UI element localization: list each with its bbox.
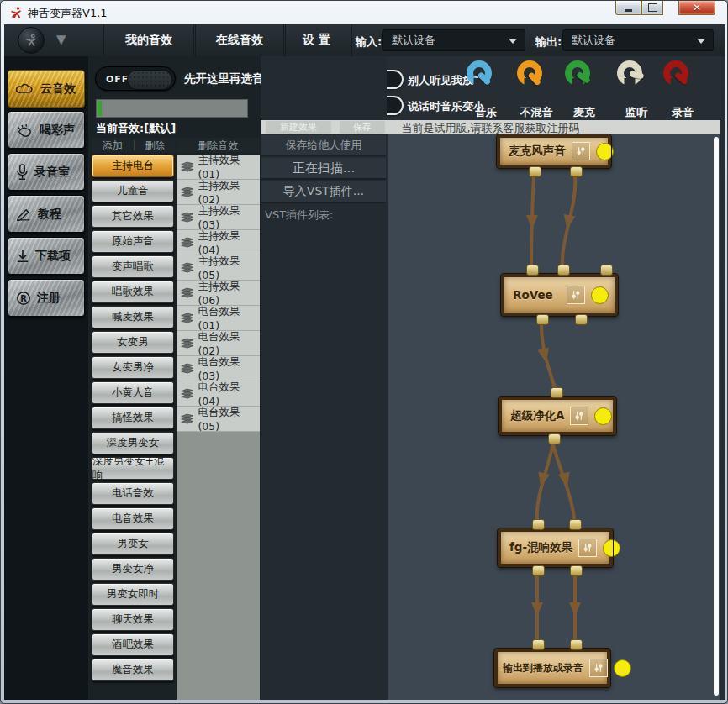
power-toggle[interactable]: OFF: [95, 66, 176, 91]
svg-text:R: R: [20, 293, 27, 302]
effect-button[interactable]: 小黄人音: [92, 381, 174, 404]
output-jack[interactable]: [570, 166, 583, 177]
effect-button[interactable]: 女变男净: [92, 356, 174, 379]
sliders-icon[interactable]: [589, 659, 608, 677]
preset-item[interactable]: 电台效果(04): [177, 381, 260, 407]
input-jack[interactable]: [570, 639, 583, 650]
input-jack[interactable]: [569, 519, 582, 530]
monitor-knob[interactable]: [617, 60, 642, 86]
sidebar-item-recording-studio[interactable]: 录音室: [8, 153, 85, 191]
effect-button[interactable]: 魔音效果: [92, 659, 174, 681]
output-jack[interactable]: [536, 314, 549, 325]
node-indicator-dot[interactable]: [596, 143, 614, 160]
tab-online-effects[interactable]: 在线音效: [195, 24, 284, 56]
node-microphone-sound[interactable]: 麦克风声音: [497, 134, 611, 168]
output-jack[interactable]: [575, 314, 588, 325]
preset-item[interactable]: 主持效果(01): [177, 155, 260, 180]
tutorial-icon: [16, 208, 32, 221]
output-jack[interactable]: [532, 565, 545, 576]
vertical-scrollbar[interactable]: [714, 137, 719, 696]
effect-button[interactable]: 变声唱歌: [92, 255, 174, 278]
node-output-playback[interactable]: 输出到播放或录音: [494, 649, 610, 687]
effect-button[interactable]: 男变女: [92, 533, 174, 555]
effect-button[interactable]: 酒吧效果: [92, 633, 174, 656]
delete-effect-button[interactable]: 删除: [135, 139, 177, 153]
effect-button[interactable]: 聊天效果: [92, 608, 174, 631]
effect-button[interactable]: 搞怪效果: [92, 407, 174, 429]
node-rovee[interactable]: RoVee: [501, 274, 618, 316]
preset-item[interactable]: 电台效果(01): [177, 306, 260, 331]
preset-item[interactable]: 电台效果(03): [177, 356, 260, 381]
preset-item[interactable]: 电台效果(05): [177, 407, 260, 432]
output-label: 输出:: [535, 34, 562, 50]
preset-item[interactable]: 电台效果(02): [177, 331, 260, 356]
effect-button[interactable]: 电话音效: [92, 482, 174, 505]
preset-item[interactable]: 主持效果(03): [177, 205, 260, 230]
input-jack[interactable]: [532, 639, 545, 650]
maximize-button[interactable]: [641, 1, 663, 15]
add-effect-button[interactable]: 添加: [92, 139, 134, 153]
output-jack[interactable]: [548, 433, 561, 444]
effect-button[interactable]: 儿童音: [92, 180, 174, 202]
node-indicator-dot[interactable]: [591, 286, 609, 304]
effect-button[interactable]: 主持电台: [92, 155, 174, 177]
effect-button[interactable]: 深度男变女+混响: [92, 457, 174, 480]
node-indicator-dot[interactable]: [614, 659, 631, 677]
sidebar-item-label: 下载项: [35, 249, 71, 264]
record-knob[interactable]: [663, 60, 688, 86]
sliders-icon[interactable]: [578, 539, 597, 557]
node-indicator-dot[interactable]: [603, 539, 620, 557]
preset-item[interactable]: 主持效果(05): [177, 255, 260, 281]
preset-item[interactable]: 主持效果(04): [177, 230, 260, 255]
input-jack[interactable]: [600, 265, 613, 276]
no-mix-knob[interactable]: [517, 60, 542, 86]
preset-item[interactable]: 主持效果(06): [177, 281, 260, 306]
microphone-icon: [16, 164, 29, 181]
import-vst-button[interactable]: 导入VST插件...: [261, 181, 386, 203]
effect-button[interactable]: 喊麦效果: [92, 306, 174, 328]
input-jack[interactable]: [551, 387, 563, 398]
tab-settings[interactable]: 设置: [285, 24, 352, 56]
effect-button[interactable]: 其它效果: [92, 205, 174, 228]
output-jack[interactable]: [570, 565, 583, 576]
save-for-others-button[interactable]: 保存给他人使用: [261, 135, 386, 156]
sliders-icon[interactable]: [572, 142, 590, 160]
music-knob[interactable]: [467, 60, 492, 86]
input-jack[interactable]: [557, 265, 570, 276]
node-super-purify-a[interactable]: 超级净化A: [499, 397, 616, 435]
node-fg-reverb[interactable]: fg-混响效果: [498, 528, 613, 567]
sidebar-item-cloud-effects[interactable]: 云音效: [8, 70, 85, 108]
effect-button[interactable]: 电音效果: [92, 507, 174, 530]
logo-button[interactable]: [18, 27, 45, 54]
level-meter: [96, 99, 248, 118]
effect-button[interactable]: 女变男: [92, 331, 174, 354]
book-stack-icon: [180, 262, 195, 274]
sliders-icon[interactable]: [567, 286, 585, 304]
effect-button[interactable]: 深度男变女: [92, 432, 174, 454]
effect-button[interactable]: 原始声音: [92, 230, 174, 253]
close-button[interactable]: ✕: [678, 1, 715, 15]
effect-button[interactable]: 男变女即时: [92, 583, 174, 606]
output-jack[interactable]: [529, 166, 541, 177]
input-jack[interactable]: [532, 519, 545, 530]
mic-knob[interactable]: [565, 60, 590, 86]
sidebar-item-tutorial[interactable]: 教程: [8, 195, 85, 233]
input-device-select[interactable]: 默认设备: [382, 29, 525, 51]
output-device-select[interactable]: 默认设备: [562, 29, 714, 51]
input-jack[interactable]: [526, 265, 539, 276]
effect-button[interactable]: 男变女净: [92, 558, 174, 581]
node-label: RoVee: [513, 288, 553, 302]
minimize-button[interactable]: [615, 1, 641, 15]
node-indicator-dot[interactable]: [594, 407, 612, 425]
titlebar[interactable]: 神舌变声器V1.1 ✕: [1, 1, 727, 24]
preset-item[interactable]: 主持效果(02): [177, 180, 260, 205]
sidebar-item-register[interactable]: R 注册: [8, 279, 85, 317]
scanning-button[interactable]: 正在扫描...: [261, 158, 386, 180]
dropdown-caret-icon[interactable]: ▼: [56, 32, 66, 47]
knob-gap: [625, 78, 636, 87]
tab-my-effects[interactable]: 我的音效: [103, 24, 194, 56]
effect-button[interactable]: 唱歌效果: [92, 281, 174, 303]
sliders-icon[interactable]: [570, 407, 588, 425]
sidebar-item-downloads[interactable]: 下载项: [8, 237, 85, 275]
sidebar-item-applause[interactable]: 喝彩声: [8, 111, 85, 149]
